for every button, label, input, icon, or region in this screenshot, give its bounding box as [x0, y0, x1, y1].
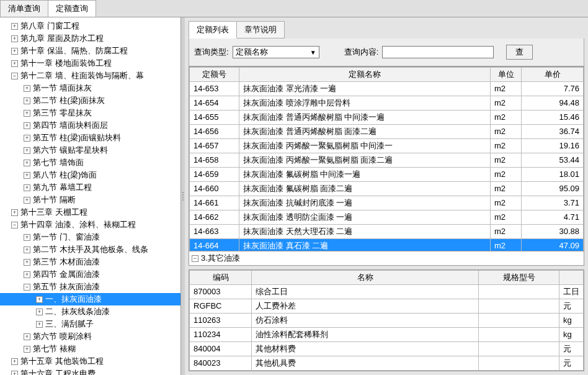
tab-list-query[interactable]: 清单查询	[0, 0, 48, 17]
table-row[interactable]: 14-657抹灰面油漆 丙烯酸一聚氨脂树脂 中间漆一m219.16	[190, 139, 584, 153]
tab-chapter-desc[interactable]: 章节说明	[236, 21, 285, 38]
expand-icon[interactable]: +	[24, 172, 30, 179]
tree-ch14-s5-i1[interactable]: +一、抹灰面油漆	[0, 293, 180, 305]
top-tabs: 清单查询 定额查询	[0, 0, 588, 17]
expand-icon[interactable]: +	[36, 321, 43, 328]
expand-icon[interactable]: +	[24, 259, 30, 266]
col-quota-no[interactable]: 定额号	[190, 68, 239, 82]
expand-icon[interactable]: +	[11, 209, 18, 216]
tree-ch16[interactable]: +第十六章 工程水电费	[0, 368, 180, 375]
tree-ch13[interactable]: +第十三章 天棚工程	[0, 206, 180, 219]
expand-icon[interactable]: +	[24, 197, 30, 204]
table-row[interactable]: 14-659抹灰面油漆 氟碳树脂 中间漆一遍m218.01	[190, 168, 584, 182]
expand-icon[interactable]: +	[24, 122, 30, 129]
tree-panel[interactable]: +第八章 门窗工程 +第九章 屋面及防水工程 +第十章 保温、隔热、防腐工程 +…	[0, 17, 181, 375]
expand-icon[interactable]: +	[24, 97, 30, 104]
table-row[interactable]: 14-662抹灰面油漆 透明防尘面漆 一遍m24.71	[190, 210, 584, 225]
table-row[interactable]: 14-660抹灰面油漆 氟碳树脂 面漆二遍m295.09	[190, 182, 584, 196]
table-row[interactable]: 840004其他材料费元	[190, 342, 584, 356]
col-quota-name[interactable]: 定额名称	[239, 68, 491, 82]
table-row[interactable]: 14-658抹灰面油漆 丙烯酸一聚氨脂树脂 面漆二遍m253.44	[190, 153, 584, 168]
collapse-icon[interactable]: −	[192, 255, 198, 262]
tree-ch12-s8[interactable]: +第八节 柱(梁)饰面	[0, 169, 180, 181]
tree-ch14-s5-i3[interactable]: +三、满刮腻子	[0, 318, 180, 330]
col-price[interactable]: 单价	[522, 68, 584, 82]
tree-ch14-s1[interactable]: +第一节 门、窗油漆	[0, 231, 180, 243]
tree-ch12-s6[interactable]: +第六节 镶贴零星块料	[0, 144, 180, 156]
tree-ch14-s3[interactable]: +第三节 木材面油漆	[0, 256, 180, 268]
col-unit2[interactable]	[559, 271, 584, 285]
expand-icon[interactable]: +	[24, 234, 30, 241]
tree-ch12-s4[interactable]: +第四节 墙面块料面层	[0, 119, 180, 132]
table-row[interactable]: 14-653抹灰面油漆 罩光清漆 一遍m27.76	[190, 82, 584, 96]
expand-icon[interactable]: +	[36, 296, 43, 303]
expand-icon[interactable]: +	[24, 110, 30, 117]
tree-ch8[interactable]: +第八章 门窗工程	[0, 20, 180, 32]
col-spec[interactable]: 规格型号	[479, 271, 559, 285]
tree-ch12-s1[interactable]: +第一节 墙面抹灰	[0, 82, 180, 94]
expand-icon[interactable]: +	[11, 35, 18, 42]
table-row[interactable]: 14-654抹灰面油漆 喷涂浮雕中层骨料m294.48	[190, 96, 584, 111]
tree-ch11[interactable]: +第十一章 楼地面装饰工程	[0, 57, 180, 70]
table-row[interactable]: 110234油性涂料配套稀释剂kg	[190, 328, 584, 342]
tree-ch12-s9[interactable]: +第九节 幕墙工程	[0, 181, 180, 194]
tree-ch14-s7[interactable]: +第七节 裱糊	[0, 343, 180, 355]
expand-icon[interactable]: +	[24, 85, 30, 92]
table-row[interactable]: 840023其他机具费元	[190, 356, 584, 371]
col-code[interactable]: 编码	[190, 271, 252, 285]
tree-ch12[interactable]: −第十二章 墙、柱面装饰与隔断、幕	[0, 70, 180, 82]
tree-ch14-s5-i2[interactable]: +二、抹灰线条油漆	[0, 305, 180, 318]
expand-icon[interactable]: +	[24, 160, 30, 166]
tree-ch10[interactable]: +第十章 保温、隔热、防腐工程	[0, 45, 180, 57]
expand-icon[interactable]: +	[24, 271, 30, 278]
quota-table-wrap[interactable]: 定额号 定额名称 单位 单价 14-653抹灰面油漆 罩光清漆 一遍m27.76…	[189, 66, 584, 251]
table-row[interactable]: 14-656抹灰面油漆 普通丙烯酸树脂 面漆二遍m236.74	[190, 125, 584, 139]
col-unit[interactable]: 单位	[491, 68, 522, 82]
tree-ch12-s10[interactable]: +第十节 隔断	[0, 194, 180, 206]
expand-icon[interactable]: +	[11, 358, 18, 365]
tab-quota-query[interactable]: 定额查询	[48, 0, 96, 17]
tree-ch9[interactable]: +第九章 屋面及防水工程	[0, 32, 180, 45]
tree-ch14-s5[interactable]: −第五节 抹灰面油漆	[0, 281, 180, 293]
table-row[interactable]: 14-661抹灰面油漆 抗碱封闭底漆 一遍m23.71	[190, 196, 584, 210]
col-name[interactable]: 名称	[252, 271, 479, 285]
tab-quota-list[interactable]: 定额列表	[189, 21, 237, 38]
collapse-icon[interactable]: −	[24, 284, 30, 291]
search-button[interactable]: 查	[506, 45, 533, 60]
expand-icon[interactable]: +	[24, 135, 30, 142]
tree-ch12-s7[interactable]: +第七节 墙饰面	[0, 156, 180, 169]
collapse-icon[interactable]: −	[11, 222, 18, 228]
material-table-wrap[interactable]: 编码 名称 规格型号 870003综合工日工日RGFBC人工费补差元110263…	[189, 269, 584, 371]
tree-ch12-s2[interactable]: +第二节 柱(梁)面抹灰	[0, 94, 180, 107]
table-row[interactable]: RGFBC人工费补差元	[190, 299, 584, 314]
tree-ch14-s6[interactable]: +第六节 喷刷涂料	[0, 330, 180, 343]
tree-ch14-s4[interactable]: +第四节 金属面油漆	[0, 268, 180, 281]
tree-ch12-s3[interactable]: +第三节 零星抹灰	[0, 107, 180, 119]
expand-icon[interactable]: +	[24, 147, 30, 154]
expand-icon[interactable]: +	[36, 309, 43, 315]
table-row[interactable]: 110263仿石涂料kg	[190, 314, 584, 328]
table-row[interactable]: 14-655抹灰面油漆 普通丙烯酸树脂 中间漆一遍m215.46	[190, 111, 584, 125]
table-row[interactable]: 870003综合工日工日	[190, 285, 584, 299]
tree-ch14[interactable]: −第十四章 油漆、涂料、裱糊工程	[0, 219, 180, 231]
expand-icon[interactable]: +	[24, 184, 30, 191]
expand-icon[interactable]: +	[24, 246, 30, 253]
search-input[interactable]	[382, 46, 494, 58]
group-row[interactable]: − 3.其它油漆	[189, 251, 584, 266]
tree-ch12-s5[interactable]: +第五节 柱(梁)面镶贴块料	[0, 132, 180, 144]
expand-icon[interactable]: +	[24, 346, 30, 353]
search-type-combo[interactable]: 定额名称 ▼	[233, 46, 319, 58]
inner-tabs: 定额列表 章节说明	[189, 21, 584, 38]
combo-value: 定额名称	[236, 47, 268, 58]
tree-ch15[interactable]: +第十五章 其他装饰工程	[0, 355, 180, 368]
expand-icon[interactable]: +	[11, 60, 18, 67]
chevron-down-icon: ▼	[310, 49, 316, 56]
tree-ch14-s2[interactable]: +第二节 木扶手及其他板条、线条	[0, 243, 180, 256]
table-row[interactable]: 14-663抹灰面油漆 天然大理石漆 二遍m230.88	[190, 225, 584, 239]
expand-icon[interactable]: +	[11, 48, 18, 55]
expand-icon[interactable]: +	[24, 333, 30, 340]
collapse-icon[interactable]: −	[11, 73, 18, 79]
expand-icon[interactable]: +	[11, 371, 18, 376]
expand-icon[interactable]: +	[11, 23, 18, 30]
table-row[interactable]: 14-664抹灰面油漆 真石漆 二遍m247.09	[190, 239, 584, 252]
